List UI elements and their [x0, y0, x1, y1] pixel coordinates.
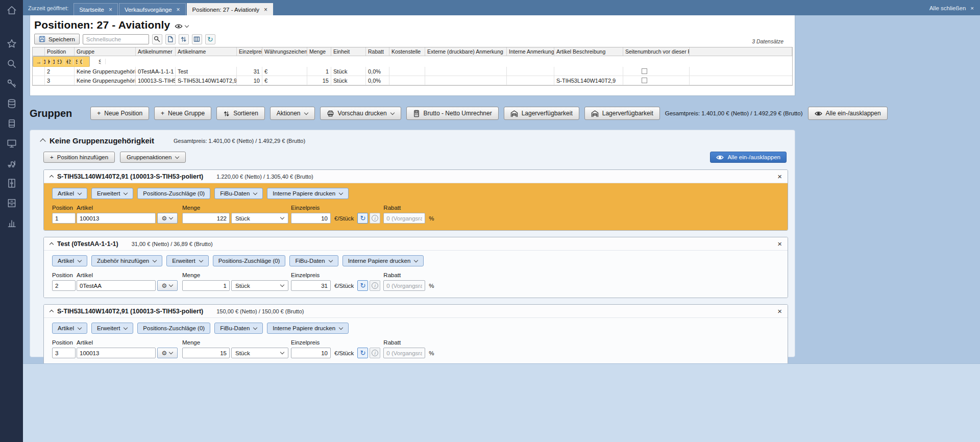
column-header[interactable]: Menge [307, 47, 331, 56]
price-info-button[interactable]: i [370, 348, 380, 358]
archive-drawer-icon[interactable] [6, 197, 17, 209]
visibility-toggle[interactable] [175, 23, 189, 29]
barrel-icon[interactable] [6, 117, 17, 130]
favorites-star-icon[interactable] [6, 38, 17, 50]
recalculate-price-button[interactable]: ↻ [357, 213, 368, 224]
tab-close-icon[interactable]: × [177, 6, 180, 13]
menge-input[interactable] [182, 213, 230, 224]
einheit-select[interactable]: Stück [231, 280, 288, 291]
refresh-button[interactable]: ↻ [205, 34, 215, 44]
close-all-tabs-button[interactable]: Alle schließen × [929, 5, 974, 11]
column-header[interactable]: Position [45, 47, 75, 56]
table-row[interactable]: 2 Keine Gruppenzugehörigkeit 0TestAA-1-1… [33, 67, 792, 76]
seitenumbruch-checkbox[interactable] [642, 68, 647, 74]
fibu-daten-button[interactable]: FiBu-Daten [214, 188, 263, 199]
bar-chart-icon[interactable] [6, 217, 17, 229]
tab-close-icon[interactable]: × [109, 6, 112, 13]
column-header[interactable]: Einzelpreis [237, 47, 262, 56]
search-icon[interactable] [6, 58, 17, 70]
einzelpreis-input[interactable] [291, 280, 331, 291]
artikel-options-button[interactable]: ⚙ [157, 348, 178, 358]
seitenumbruch-checkbox[interactable] [642, 78, 647, 83]
price-info-button[interactable]: i [370, 213, 380, 224]
search-button[interactable] [152, 34, 162, 44]
collapse-card-chevron[interactable] [50, 310, 54, 314]
erweitert-menu-button[interactable]: Erweitert [166, 255, 208, 266]
neue-position-button[interactable]: + Neue Position [90, 107, 149, 120]
column-header[interactable]: Artikelname [176, 47, 237, 56]
column-header[interactable]: Einheit [331, 47, 366, 56]
column-header[interactable]: Interne Anmerkung [507, 47, 554, 56]
tab-verkaufsvorgaenge[interactable]: Verkaufsvorgänge × [119, 3, 186, 15]
group-toggle-all-button[interactable]: Alle ein-/ausklappen [710, 152, 787, 163]
aktionen-button[interactable]: Aktionen [270, 107, 315, 120]
positions-zuschlaege-button[interactable]: Positions-Zuschläge (0) [137, 188, 210, 199]
recalculate-price-button[interactable]: ↻ [357, 280, 368, 291]
brutto-netto-umrechner-button[interactable]: Brutto - Netto Umrechner [406, 107, 499, 120]
tab-startseite[interactable]: Startseite × [74, 3, 118, 15]
price-info-button[interactable]: i [370, 280, 380, 291]
remove-position-icon[interactable]: × [777, 307, 782, 315]
artikel-menu-button[interactable]: Artikel [52, 323, 87, 334]
einheit-select[interactable]: Stück [231, 348, 288, 358]
interne-papiere-button[interactable]: Interne Papiere drucken [267, 188, 349, 199]
einheit-select[interactable]: Stück [231, 213, 288, 224]
position-hinzufuegen-button[interactable]: + Position hinzufügen [43, 152, 115, 163]
column-header[interactable]: Gruppe [75, 47, 136, 56]
fibu-daten-button[interactable]: FiBu-Daten [289, 255, 338, 266]
collapse-group-chevron[interactable] [40, 138, 45, 144]
column-header[interactable]: Artikelnummer [136, 47, 176, 56]
artikel-input[interactable] [77, 213, 156, 224]
collapse-card-chevron[interactable] [50, 175, 54, 179]
column-header[interactable]: Artikel Beschreibung [554, 47, 623, 56]
save-button[interactable]: Speichern [34, 34, 80, 44]
home-icon[interactable] [6, 4, 17, 16]
interne-papiere-button[interactable]: Interne Papiere drucken [342, 255, 424, 266]
artikel-input[interactable] [77, 280, 156, 291]
position-input[interactable] [52, 348, 76, 358]
lagerverfuegbarkeit-button-2[interactable]: Lagerverfügbarkeit [584, 107, 660, 120]
tab-close-icon[interactable]: × [264, 6, 267, 13]
erweitert-menu-button[interactable]: Erweitert [91, 188, 133, 199]
einzelpreis-input[interactable] [291, 348, 331, 358]
database-icon[interactable] [6, 97, 17, 110]
forklift-icon[interactable] [6, 157, 17, 169]
toggle-all-button[interactable]: Alle ein-/ausklappen [808, 107, 888, 120]
column-header[interactable]: Seitenumbruch vor dieser Position [623, 47, 690, 56]
rabatt-input[interactable] [383, 213, 425, 224]
rabatt-input[interactable] [383, 280, 425, 291]
tab-positionen-active[interactable]: Positionen: 27 - Aviationly × [187, 3, 274, 15]
table-row[interactable]: 3 Keine Gruppenzugehörigkeit 100013-S-TI… [33, 76, 792, 85]
column-header[interactable]: Rabatt [366, 47, 389, 56]
menge-input[interactable] [182, 348, 230, 358]
artikel-menu-button[interactable]: Artikel [52, 188, 87, 199]
sortieren-button[interactable]: Sortieren [216, 107, 265, 120]
positions-zuschlaege-button[interactable]: Positions-Zuschläge (0) [213, 255, 286, 266]
artikel-options-button[interactable]: ⚙ [157, 280, 178, 291]
column-header[interactable]: Währungszeichen [262, 47, 307, 56]
interne-papiere-button[interactable]: Interne Papiere drucken [267, 323, 349, 334]
collapse-card-chevron[interactable] [50, 242, 54, 247]
positions-zuschlaege-button[interactable]: Positions-Zuschläge (0) [137, 323, 210, 334]
artikel-options-button[interactable]: ⚙ [157, 213, 178, 224]
remove-position-icon[interactable]: × [777, 173, 782, 180]
zubehoer-hinzufuegen-button[interactable]: Zubehör hinzufügen [91, 255, 162, 266]
artikel-input[interactable] [77, 348, 156, 358]
table-row[interactable]: → 1 Keine Gruppenzugehörigkeit 100013-S-… [33, 56, 90, 67]
export-button[interactable] [165, 34, 176, 44]
position-input[interactable] [52, 280, 76, 291]
remove-position-icon[interactable]: × [777, 240, 782, 248]
columns-button[interactable] [192, 34, 202, 44]
sort-button[interactable] [179, 34, 189, 44]
wrench-icon[interactable] [6, 78, 17, 90]
cabinet-icon[interactable] [6, 177, 17, 189]
column-header[interactable]: Kostenstelle [389, 47, 425, 56]
gruppenaktionen-button[interactable]: Gruppenaktionen [120, 152, 186, 163]
fibu-daten-button[interactable]: FiBu-Daten [214, 323, 263, 334]
lagerverfuegbarkeit-button[interactable]: Lagerverfügbarkeit [504, 107, 579, 120]
column-header[interactable]: Externe (druckbare) Anmerkung [425, 47, 507, 56]
menge-input[interactable] [182, 280, 230, 291]
artikel-menu-button[interactable]: Artikel [52, 255, 87, 266]
neue-gruppe-button[interactable]: + Neue Gruppe [154, 107, 211, 120]
einzelpreis-input[interactable] [291, 213, 331, 224]
